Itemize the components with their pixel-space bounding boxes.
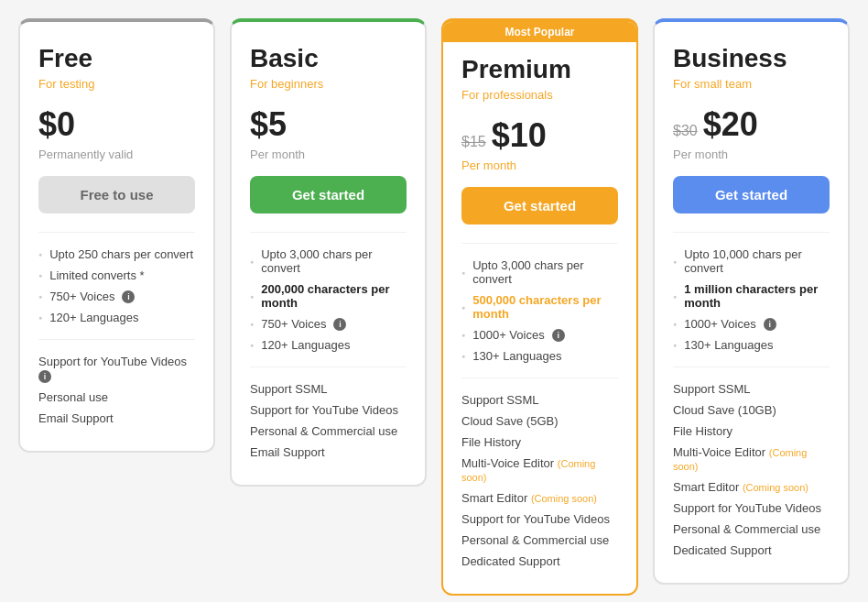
extra-text: File History xyxy=(461,435,521,449)
price-period-free: Permanently valid xyxy=(38,148,195,161)
feature-item: 130+ Languages xyxy=(673,334,830,356)
feature-text: Upto 3,000 chars per convert xyxy=(472,258,618,286)
extra-text: Personal & Commercial use xyxy=(461,533,609,547)
feature-item: 130+ Languages xyxy=(461,345,618,367)
cta-button-free[interactable]: Free to use xyxy=(38,176,195,213)
extra-text: Support for YouTube Videos xyxy=(38,355,187,368)
extra-item: Personal & Commercial use xyxy=(461,530,618,551)
feature-text: 120+ Languages xyxy=(49,311,138,324)
feature-text: 1000+ Voices xyxy=(684,317,755,331)
extra-item: Dedicated Support xyxy=(461,551,618,572)
divider-2-free xyxy=(38,339,195,340)
plan-card-free: FreeFor testing$0Permanently validFree t… xyxy=(18,18,215,453)
plan-name-basic: Basic xyxy=(250,44,407,73)
extra-item: Cloud Save (5GB) xyxy=(461,410,618,432)
feature-text: 1000+ Voices xyxy=(472,328,544,342)
feature-text: 130+ Languages xyxy=(684,338,773,352)
feature-item: 1000+ Voices i xyxy=(673,313,830,334)
feature-item: Upto 250 chars per convert xyxy=(38,244,195,265)
price-period-premium: Per month xyxy=(461,159,618,172)
extra-item: Multi-Voice Editor (Coming soon) xyxy=(461,453,618,487)
feature-text: Upto 10,000 chars per convert xyxy=(684,247,830,275)
extra-item: Support SSML xyxy=(461,389,618,410)
extra-item: Multi-Voice Editor (Coming soon) xyxy=(673,442,830,476)
cta-button-premium[interactable]: Get started xyxy=(461,187,618,224)
price-row-business: $30$20 xyxy=(673,105,830,144)
info-icon[interactable]: i xyxy=(552,329,565,342)
extra-item: Support for YouTube Videos xyxy=(461,509,618,530)
extra-text: Dedicated Support xyxy=(673,543,772,557)
extra-text: Support SSML xyxy=(461,393,539,407)
feature-item: 120+ Languages xyxy=(250,334,407,356)
feature-text: 500,000 characters per month xyxy=(472,293,618,321)
extra-item: File History xyxy=(673,421,830,442)
feature-item: Upto 3,000 chars per convert xyxy=(250,244,407,279)
pricing-container: FreeFor testing$0Permanently validFree t… xyxy=(18,18,850,596)
price-row-free: $0 xyxy=(38,105,195,144)
extra-text: Cloud Save (10GB) xyxy=(673,403,776,417)
extra-text: Multi-Voice Editor xyxy=(673,445,765,459)
price-original-business: $30 xyxy=(673,123,698,139)
divider-1-free xyxy=(38,232,195,233)
extra-text: File History xyxy=(673,424,732,438)
divider-2-premium xyxy=(461,378,618,378)
info-icon[interactable]: i xyxy=(764,318,776,331)
divider-2-basic xyxy=(250,367,407,367)
extra-item: Personal & Commercial use xyxy=(250,421,407,442)
extra-item: Smart Editor (Coming soon) xyxy=(461,487,618,509)
plan-subtitle-business: For small team xyxy=(673,77,830,91)
features-list-basic: Upto 3,000 chars per convert200,000 char… xyxy=(250,244,407,356)
feature-text: Limited converts * xyxy=(49,268,144,282)
feature-item: 120+ Languages xyxy=(38,307,195,328)
feature-text: 750+ Voices xyxy=(261,317,326,331)
extra-text: Support for YouTube Videos xyxy=(250,403,398,417)
extra-item: File History xyxy=(461,432,618,453)
extra-item: Email Support xyxy=(38,408,195,429)
info-icon[interactable]: i xyxy=(333,318,346,331)
plan-card-business: BusinessFor small team$30$20Per monthGet… xyxy=(653,18,850,585)
extra-text: Personal & Commercial use xyxy=(673,522,820,536)
extra-item: Personal use xyxy=(38,387,195,408)
plan-subtitle-premium: For professionals xyxy=(461,88,618,102)
info-icon[interactable]: i xyxy=(122,290,135,303)
info-icon[interactable]: i xyxy=(38,370,51,383)
extra-text: Personal use xyxy=(38,390,108,404)
plan-name-premium: Premium xyxy=(461,55,618,84)
extra-item: Dedicated Support xyxy=(673,540,830,561)
divider-1-premium xyxy=(461,243,618,244)
plan-card-basic: BasicFor beginners$5Per monthGet started… xyxy=(230,18,427,487)
extra-item: Support for YouTube Videos xyxy=(250,400,407,421)
price-period-business: Per month xyxy=(673,148,830,161)
feature-item: 200,000 characters per month xyxy=(250,279,407,313)
extra-item: Personal & Commercial use xyxy=(673,519,830,540)
extra-text: Support for YouTube Videos xyxy=(461,512,610,526)
feature-text: 750+ Voices xyxy=(49,290,114,303)
feature-text: 200,000 characters per month xyxy=(261,282,407,310)
extra-text: Support SSML xyxy=(673,382,751,396)
price-original-premium: $15 xyxy=(461,134,486,150)
divider-1-basic xyxy=(250,232,407,233)
feature-item: 750+ Voices i xyxy=(250,313,407,334)
extra-item: Support for YouTube Videos xyxy=(673,498,830,519)
coming-soon-label: (Coming soon) xyxy=(531,493,597,504)
extras-list-business: Support SSMLCloud Save (10GB)File Histor… xyxy=(673,378,830,561)
divider-1-business xyxy=(673,232,830,233)
extra-text: Dedicated Support xyxy=(461,554,560,568)
cta-button-basic[interactable]: Get started xyxy=(250,176,407,213)
feature-item: Limited converts * xyxy=(38,265,195,286)
most-popular-badge: Most Popular xyxy=(443,22,636,42)
extra-text: Personal & Commercial use xyxy=(250,424,397,438)
plan-subtitle-free: For testing xyxy=(38,77,195,91)
plan-card-premium: Most PopularPremiumFor professionals$15$… xyxy=(441,18,638,596)
features-list-free: Upto 250 chars per convertLimited conver… xyxy=(38,244,195,328)
coming-soon-label: (Coming soon) xyxy=(743,482,808,493)
extras-list-premium: Support SSMLCloud Save (5GB)File History… xyxy=(461,389,618,572)
extra-item: Support for YouTube Videos i xyxy=(38,351,195,387)
price-period-basic: Per month xyxy=(250,148,407,161)
feature-item: 1 million characters per month xyxy=(673,279,830,313)
cta-button-business[interactable]: Get started xyxy=(673,176,830,213)
feature-item: Upto 10,000 chars per convert xyxy=(673,244,830,279)
features-list-premium: Upto 3,000 chars per convert500,000 char… xyxy=(461,255,618,367)
plan-name-free: Free xyxy=(38,44,195,73)
feature-text: 130+ Languages xyxy=(472,349,561,363)
